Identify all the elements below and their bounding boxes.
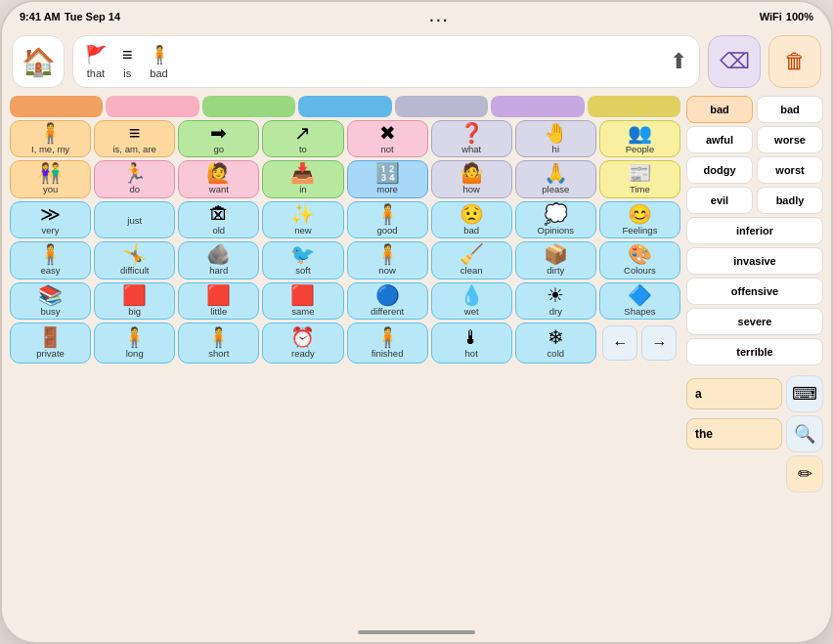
- edit-button[interactable]: ✏: [786, 455, 823, 493]
- side-word-badly[interactable]: badly: [757, 187, 823, 214]
- side-word-severe[interactable]: severe: [686, 308, 823, 335]
- side-input-row-2: the 🔍: [686, 415, 823, 452]
- vocab-just[interactable]: just: [94, 201, 175, 238]
- vocab-wet[interactable]: 💧wet: [431, 282, 512, 320]
- vocab-not[interactable]: ✖not: [347, 120, 428, 157]
- side-word-invasive[interactable]: invasive: [686, 247, 823, 275]
- cat-purple[interactable]: [491, 96, 584, 117]
- status-bar: 9:41 AM Tue Sep 14 ... WiFi 100%: [2, 2, 831, 31]
- cat-pink[interactable]: [106, 96, 198, 117]
- vocab-colours[interactable]: 🎨Colours: [599, 241, 680, 279]
- vocab-good[interactable]: 🧍good: [347, 201, 428, 238]
- cat-blue[interactable]: [298, 96, 391, 117]
- side-word-worst[interactable]: worst: [757, 156, 823, 184]
- side-word-dodgy[interactable]: dodgy: [686, 156, 753, 184]
- vocab-little[interactable]: 🟥little: [178, 282, 259, 320]
- vocab-ready[interactable]: ⏰ready: [262, 322, 343, 364]
- trash-button[interactable]: 🗑: [768, 35, 821, 88]
- home-button[interactable]: 🏠: [12, 35, 65, 88]
- vocab-i-me-my[interactable]: 🧍I, me, my: [10, 120, 91, 157]
- vocab-cold[interactable]: ❄cold: [515, 322, 596, 364]
- vocab-row-4: 🧍easy 🤸difficult 🪨hard 🐦soft 🧍now 🧹clean…: [10, 241, 680, 279]
- vocab-big[interactable]: 🟥big: [94, 282, 175, 320]
- vocab-soft[interactable]: 🐦soft: [262, 241, 343, 279]
- vocab-long[interactable]: 🧍long: [94, 322, 175, 364]
- side-word-inferior[interactable]: inferior: [686, 217, 823, 244]
- vocab-want[interactable]: 🙋want: [178, 160, 259, 197]
- cat-gray[interactable]: [395, 96, 488, 117]
- vocab-please[interactable]: 🙏please: [515, 160, 596, 197]
- side-word-row-4: evil badly: [686, 187, 823, 214]
- vocab-in[interactable]: 📥in: [262, 160, 343, 197]
- vocab-private[interactable]: 🚪private: [10, 322, 91, 364]
- vocab-very[interactable]: ≫very: [10, 201, 91, 238]
- side-word-row-9: terrible: [686, 338, 823, 365]
- nav-right-button[interactable]: →: [641, 325, 677, 361]
- vocab-now[interactable]: 🧍now: [347, 241, 428, 279]
- vocab-do[interactable]: 🏃do: [94, 160, 175, 197]
- side-input-a[interactable]: a: [686, 378, 782, 409]
- side-word-bad-1[interactable]: bad: [686, 96, 753, 123]
- vocab-old[interactable]: 🏚old: [178, 201, 259, 238]
- vocab-row-3: ≫very just 🏚old ✨new 🧍good 😟bad 💭Opinion…: [10, 201, 680, 238]
- cat-yellow[interactable]: [588, 96, 680, 117]
- vocab-to[interactable]: ↗to: [262, 120, 343, 157]
- vocab-opinions[interactable]: 💭Opinions: [515, 201, 596, 238]
- side-input-row-1: a ⌨: [686, 375, 823, 412]
- vocab-time[interactable]: 📰Time: [599, 160, 680, 197]
- vocab-is-am-are[interactable]: ≡is, am, are: [94, 120, 175, 157]
- status-battery: 100%: [786, 11, 813, 22]
- vocab-people[interactable]: 👥People: [599, 120, 680, 157]
- home-bar: [358, 630, 475, 634]
- vocab-you[interactable]: 👫you: [10, 160, 91, 197]
- nav-arrows: ← →: [599, 322, 680, 364]
- vocab-shapes[interactable]: 🔷Shapes: [599, 282, 680, 320]
- vocab-clean[interactable]: 🧹clean: [431, 241, 512, 279]
- keyboard-button[interactable]: ⌨: [786, 375, 823, 412]
- vocab-how[interactable]: 🤷how: [431, 160, 512, 197]
- status-date: Tue Sep 14: [65, 11, 120, 22]
- side-input-the[interactable]: the: [686, 418, 782, 450]
- search-button[interactable]: 🔍: [786, 415, 823, 452]
- vocab-more[interactable]: 🔢more: [347, 160, 428, 197]
- vocab-different[interactable]: 🔵different: [347, 282, 428, 320]
- vocab-short[interactable]: 🧍short: [178, 322, 259, 364]
- side-word-row-8: severe: [686, 308, 823, 335]
- side-word-worse[interactable]: worse: [757, 126, 823, 153]
- vocab-easy[interactable]: 🧍easy: [10, 241, 91, 279]
- cat-green[interactable]: [202, 96, 295, 117]
- side-word-awful[interactable]: awful: [686, 126, 753, 153]
- vocab-hard[interactable]: 🪨hard: [178, 241, 259, 279]
- side-word-terrible[interactable]: terrible: [686, 338, 823, 365]
- vocab-dry[interactable]: ☀dry: [515, 282, 596, 320]
- vocab-go[interactable]: ➡go: [178, 120, 259, 157]
- vocab-same[interactable]: 🟥same: [262, 282, 343, 320]
- vocab-hot[interactable]: 🌡hot: [431, 322, 512, 364]
- sentence-word-bad[interactable]: 🧍 bad: [149, 44, 170, 79]
- side-word-row-3: dodgy worst: [686, 156, 823, 184]
- vocab-grid-area: 🧍I, me, my ≡is, am, are ➡go ↗to ✖not ❓wh…: [10, 96, 680, 493]
- sentence-word-that[interactable]: 🚩 that: [85, 44, 107, 79]
- share-button[interactable]: ⬆: [670, 49, 687, 74]
- side-panel: bad bad awful worse dodgy worst evil bad…: [686, 96, 823, 493]
- vocab-what[interactable]: ❓what: [431, 120, 512, 157]
- side-word-evil[interactable]: evil: [686, 187, 753, 214]
- sentence-bar: 🚩 that ≡ is 🧍 bad ⬆: [72, 35, 700, 88]
- vocab-hi[interactable]: 🤚hi: [515, 120, 596, 157]
- delete-button[interactable]: ⌫: [708, 35, 761, 88]
- vocab-bad[interactable]: 😟bad: [431, 201, 512, 238]
- nav-left-button[interactable]: ←: [602, 325, 637, 361]
- vocab-finished[interactable]: 🧍finished: [347, 322, 428, 364]
- cat-orange[interactable]: [10, 96, 103, 117]
- side-word-bad-2[interactable]: bad: [757, 96, 823, 123]
- vocab-difficult[interactable]: 🤸difficult: [94, 241, 175, 279]
- vocab-new[interactable]: ✨new: [262, 201, 343, 238]
- sentence-word-is[interactable]: ≡ is: [122, 45, 133, 79]
- vocab-dirty[interactable]: 📦dirty: [515, 241, 596, 279]
- side-word-offensive[interactable]: offensive: [686, 278, 823, 305]
- vocab-feelings[interactable]: 😊Feelings: [599, 201, 680, 238]
- vocab-busy[interactable]: 📚busy: [10, 282, 91, 320]
- home-icon: 🏠: [22, 46, 56, 78]
- delete-icon: ⌫: [720, 49, 750, 74]
- is-icon: ≡: [122, 45, 133, 65]
